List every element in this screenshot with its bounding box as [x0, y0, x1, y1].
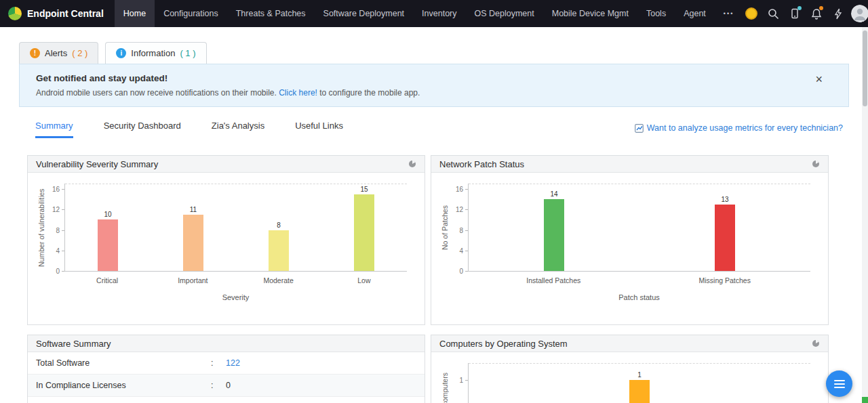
- quick-actions-bolt-icon[interactable]: [829, 5, 847, 22]
- chart-bar[interactable]: [269, 230, 289, 271]
- search-icon[interactable]: [764, 5, 782, 22]
- usage-metrics-label: Want to analyze usage metrics for every …: [647, 123, 843, 133]
- close-icon[interactable]: ×: [815, 73, 823, 85]
- nav-item-tools[interactable]: Tools: [637, 0, 675, 27]
- software-summary-rows: Total Software : 122 In Compliance Licen…: [28, 352, 425, 397]
- information-icon: i: [116, 48, 126, 58]
- y-axis-tick: 12: [52, 206, 60, 213]
- y-axis: 1: [449, 363, 468, 403]
- scrollbar-thumb[interactable]: [863, 30, 867, 106]
- nav-item-inventory[interactable]: Inventory: [413, 0, 465, 27]
- usage-metrics-link[interactable]: Want to analyze usage metrics for every …: [635, 123, 843, 138]
- bar-slot: 13: [715, 196, 735, 271]
- os-chart-host: Number of computers11: [431, 352, 828, 403]
- alerts-icon: !: [30, 48, 40, 58]
- bar-value-label: 1: [637, 371, 642, 379]
- card-title: Software Summary: [36, 339, 111, 349]
- rewards-coin-icon[interactable]: [743, 5, 760, 22]
- chart-bar[interactable]: [629, 380, 650, 403]
- information-count: ( 1 ): [180, 48, 195, 58]
- y-axis-tick: 16: [52, 186, 60, 193]
- top-navigation-bar: Endpoint Central Home Configurations Thr…: [0, 0, 868, 27]
- chart-bar[interactable]: [183, 215, 203, 271]
- nav-item-home[interactable]: Home: [115, 0, 155, 27]
- nav-item-software-deployment[interactable]: Software Deployment: [315, 0, 414, 27]
- metrics-icon: [635, 124, 644, 133]
- notification-tabs: ! Alerts ( 2 ) i Information ( 1 ): [19, 42, 849, 64]
- card-title: Computers by Operating System: [439, 339, 568, 349]
- vuln-bar-chart: Number of vulnerabilities04812161011815C…: [28, 173, 425, 301]
- chart-bar[interactable]: [715, 205, 735, 271]
- card-vulnerability-severity: Vulnerability Severity Summary Number of…: [27, 155, 425, 325]
- chart-bar[interactable]: [98, 219, 118, 271]
- main-nav: Home Configurations Threats & Patches So…: [115, 0, 743, 27]
- click-here-link[interactable]: Click here!: [279, 88, 317, 98]
- tab-useful-links[interactable]: Useful Links: [295, 121, 343, 138]
- nav-item-os-deployment[interactable]: OS Deployment: [466, 0, 543, 27]
- x-axis-label: Severity: [64, 293, 407, 301]
- bar-value-label: 8: [277, 221, 281, 229]
- y-axis-label: Number of vulnerabilities: [35, 184, 45, 272]
- bar-slot: 8: [269, 221, 289, 271]
- x-axis-tick: Critical: [64, 276, 150, 284]
- brand[interactable]: Endpoint Central: [0, 0, 115, 27]
- nav-item-agent[interactable]: Agent: [675, 0, 715, 27]
- software-summary-row: Total Software : 122: [28, 352, 425, 375]
- bar-value-label: 11: [190, 206, 197, 213]
- bar-value-label: 13: [721, 196, 728, 203]
- plot-area: 1011815: [64, 184, 407, 272]
- plot-area: 1: [468, 363, 810, 403]
- y-axis: 0481216: [449, 184, 468, 272]
- software-row-label: In Compliance Licenses: [36, 381, 211, 390]
- tab-security-dashboard[interactable]: Security Dashboard: [104, 121, 181, 138]
- software-row-value: 0: [226, 381, 231, 390]
- pie-menu-icon[interactable]: [812, 160, 820, 168]
- y-axis-tick: 8: [459, 227, 463, 234]
- pie-menu-icon[interactable]: [408, 160, 416, 168]
- bar-slot: 1: [629, 371, 650, 403]
- vulnerability-chart-host: Number of vulnerabilities04812161011815C…: [28, 173, 425, 301]
- separator: :: [211, 358, 226, 368]
- notification-banner: Get notified and stay updated! Android m…: [19, 64, 849, 107]
- vertical-scrollbar[interactable]: [862, 27, 868, 403]
- os-bar-chart: Number of computers11: [431, 352, 828, 403]
- notifications-bell-icon[interactable]: [808, 5, 825, 22]
- bar-slot: 14: [544, 190, 564, 271]
- card-software-summary: Software Summary Total Software : 122 In…: [27, 335, 425, 403]
- y-axis-tick: 0: [56, 268, 60, 275]
- software-row-label: Total Software: [36, 358, 211, 368]
- mobile-app-icon[interactable]: [786, 5, 804, 22]
- nav-right-icons: [743, 0, 868, 27]
- floating-menu-button[interactable]: [826, 370, 852, 397]
- nav-item-configurations[interactable]: Configurations: [155, 0, 227, 27]
- tab-alerts[interactable]: ! Alerts ( 2 ): [19, 42, 98, 64]
- y-axis-tick: 16: [456, 186, 463, 193]
- x-axis-tick: Missing Patches: [639, 276, 811, 284]
- user-avatar[interactable]: [851, 5, 868, 22]
- y-axis-tick: 1: [459, 377, 463, 384]
- tab-information[interactable]: i Information ( 1 ): [105, 42, 206, 64]
- banner-text-main: Android mobile users can now receive not…: [36, 88, 277, 98]
- tab-summary[interactable]: Summary: [35, 121, 73, 138]
- card-network-patch-status: Network Patch Status No of Patches048121…: [431, 155, 829, 325]
- banner-title: Get notified and stay updated!: [36, 73, 801, 83]
- y-axis-tick: 0: [459, 268, 463, 275]
- software-row-value-link[interactable]: 122: [226, 358, 240, 368]
- nav-item-threats-patches[interactable]: Threats & Patches: [227, 0, 315, 27]
- chart-bar[interactable]: [544, 199, 564, 271]
- tab-zias-analysis[interactable]: Zia's Analysis: [212, 121, 264, 138]
- pie-menu-icon[interactable]: [812, 339, 820, 347]
- bar-slot: 15: [354, 186, 374, 271]
- bar-value-label: 15: [360, 186, 368, 193]
- card-computers-by-os: Computers by Operating System Number of …: [431, 335, 829, 403]
- card-header: Software Summary: [28, 335, 425, 352]
- nav-item-more[interactable]: •••: [715, 0, 743, 27]
- x-axis-tick: Low: [321, 276, 407, 284]
- separator: :: [211, 381, 226, 390]
- y-axis-label: No of Patches: [438, 184, 449, 272]
- plot-area: 1413: [468, 184, 810, 272]
- y-axis-tick: 8: [56, 227, 60, 234]
- chart-bar[interactable]: [354, 194, 374, 271]
- nav-item-mobile-device-mgmt[interactable]: Mobile Device Mgmt: [543, 0, 637, 27]
- brand-title: Endpoint Central: [27, 8, 104, 19]
